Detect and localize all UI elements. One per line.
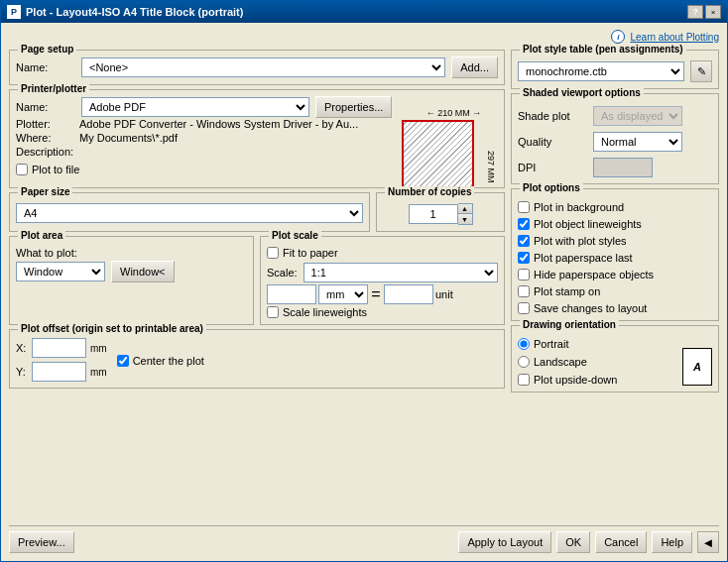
upside-down-checkbox[interactable] — [518, 374, 530, 386]
scale-select[interactable]: 1:1 — [303, 263, 498, 282]
plot-to-file-checkbox[interactable] — [16, 164, 28, 175]
plot-with-styles-checkbox[interactable] — [518, 235, 530, 247]
hide-paperspace-row: Hide paperspace objects — [518, 269, 712, 281]
plot-in-bg-checkbox[interactable] — [518, 201, 530, 213]
plot-with-styles-row: Plot with plot styles — [518, 235, 712, 247]
plot-obj-lw-checkbox[interactable] — [518, 218, 530, 230]
description-row: Description: — [16, 146, 404, 158]
title-bar: P Plot - Layout4-ISO A4 Title Block (por… — [1, 1, 727, 23]
plot-scale-label: Plot scale — [269, 230, 321, 241]
where-label: Where: — [16, 132, 75, 144]
dialog-content: i Learn about Plotting Page setup Name: … — [1, 23, 727, 561]
paper-size-group: Paper size A4 — [9, 192, 370, 232]
plot-paperspace-last-checkbox[interactable] — [518, 252, 530, 264]
y-row: Y: -3.16 mm — [16, 362, 107, 382]
center-plot-row: Center the plot — [117, 355, 204, 367]
portrait-radio[interactable] — [518, 338, 530, 350]
copies-row: 1 ▲ ▼ — [383, 203, 498, 225]
plot-scale-group: Plot scale Fit to paper Scale: 1:1 — [260, 236, 505, 325]
edit-plot-style-button[interactable]: ✎ — [690, 60, 712, 82]
what-to-plot-select[interactable]: Window — [16, 262, 105, 281]
portrait-landscape: Portrait Landscape Plot upside-down — [518, 336, 617, 386]
plot-scale-content: Fit to paper Scale: 1:1 1 — [267, 247, 498, 318]
y-input[interactable]: -3.16 — [32, 362, 86, 382]
quality-select[interactable]: Normal — [593, 132, 682, 152]
printer-plotter-label: Printer/plotter — [18, 83, 89, 94]
plot-dialog: P Plot - Layout4-ISO A4 Title Block (por… — [0, 0, 728, 562]
plot-paperspace-last-label: Plot paperspace last — [534, 252, 633, 264]
x-input[interactable]: -3.19 — [32, 338, 86, 358]
center-plot-checkbox[interactable] — [117, 355, 129, 367]
scale-lineweights-checkbox[interactable] — [267, 306, 279, 318]
printer-name-select[interactable]: Adobe PDF — [81, 97, 309, 117]
right-panel: Plot style table (pen assignments) monoc… — [511, 50, 719, 517]
where-value: My Documents\*.pdf — [79, 132, 178, 144]
plot-to-file-label: Plot to file — [32, 164, 79, 175]
preview-button[interactable]: Preview... — [9, 531, 74, 553]
plot-style-row: monochrome.ctb ✎ — [518, 60, 712, 82]
dpi-row: DPI 300 — [518, 158, 712, 177]
bottom-right: Apply to Layout OK Cancel Help ◄ — [458, 531, 719, 553]
scale-vals-row: 1 mm = 1 unit — [267, 284, 498, 304]
number-copies-label: Number of copies — [385, 186, 474, 197]
preview-mm-side: 297 MM — [486, 151, 496, 183]
fit-to-paper-label: Fit to paper — [283, 247, 338, 259]
dialog-icon: P — [7, 5, 21, 19]
plot-obj-lw-row: Plot object lineweights — [518, 218, 712, 230]
plot-options-label: Plot options — [520, 182, 583, 193]
what-to-plot-label: What to plot: — [16, 247, 77, 259]
properties-button[interactable]: Properties... — [315, 96, 392, 118]
plot-style-select[interactable]: monochrome.ctb — [518, 61, 684, 81]
main-body: Page setup Name: <None> Add... Printer/p… — [9, 50, 719, 517]
orientation-content: Portrait Landscape Plot upside-down — [518, 336, 712, 386]
spinner-down[interactable]: ▼ — [458, 214, 472, 224]
scale-val2[interactable]: 1 — [384, 284, 433, 304]
page-setup-name-select[interactable]: <None> — [81, 57, 445, 77]
add-button[interactable]: Add... — [451, 56, 498, 78]
plot-stamp-checkbox[interactable] — [518, 285, 530, 297]
dpi-label: DPI — [518, 162, 587, 173]
save-changes-label: Save changes to layout — [534, 302, 647, 314]
save-changes-checkbox[interactable] — [518, 302, 530, 314]
preview-mm-top: ← 210 MM → — [412, 108, 496, 118]
scale-row: Scale: 1:1 — [267, 263, 498, 282]
help-button[interactable]: Help — [652, 531, 692, 553]
plot-obj-lw-label: Plot object lineweights — [534, 218, 642, 230]
landscape-radio[interactable] — [518, 356, 530, 368]
copies-input[interactable]: 1 — [409, 204, 458, 224]
window-button[interactable]: Window< — [111, 261, 175, 282]
portrait-label: Portrait — [534, 338, 568, 350]
learn-link[interactable]: Learn about Plotting — [630, 32, 719, 43]
window-row: Window Window< — [16, 261, 247, 282]
go-back-button[interactable]: ◄ — [697, 531, 719, 553]
dpi-input[interactable]: 300 — [593, 158, 653, 177]
description-label: Description: — [16, 146, 75, 158]
paper-size-select[interactable]: A4 — [16, 203, 363, 223]
plot-with-styles-label: Plot with plot styles — [534, 235, 627, 247]
shade-plot-select[interactable]: As displayed — [593, 106, 682, 126]
plot-area-group: Plot area What to plot: Window Window< — [9, 236, 254, 325]
shade-plot-row: Shade plot As displayed — [518, 106, 712, 126]
hide-paperspace-checkbox[interactable] — [518, 269, 530, 281]
scale-val1[interactable]: 1 — [267, 284, 316, 304]
plot-style-label: Plot style table (pen assignments) — [520, 44, 686, 55]
apply-to-layout-button[interactable]: Apply to Layout — [458, 531, 551, 553]
close-button[interactable]: × — [705, 5, 721, 19]
x-label: X: — [16, 342, 28, 354]
spinner-up[interactable]: ▲ — [458, 204, 472, 214]
unit1-select[interactable]: mm — [318, 284, 368, 304]
upside-down-label: Plot upside-down — [534, 374, 617, 386]
plot-in-bg-row: Plot in background — [518, 201, 712, 213]
hide-paperspace-label: Hide paperspace objects — [534, 269, 654, 281]
plot-options-group: Plot options Plot in background Plot obj… — [511, 188, 719, 321]
what-to-plot-row: What to plot: — [16, 247, 247, 259]
cancel-button[interactable]: Cancel — [595, 531, 647, 553]
page-setup-group: Page setup Name: <None> Add... — [9, 50, 505, 85]
ok-button[interactable]: OK — [556, 531, 590, 553]
shaded-viewport-label: Shaded viewport options — [520, 87, 644, 98]
help-button-title[interactable]: ? — [687, 5, 703, 19]
fit-to-paper-checkbox[interactable] — [267, 247, 279, 259]
title-bar-buttons: ? × — [687, 5, 721, 19]
scale-lineweights-label: Scale lineweights — [283, 306, 367, 318]
area-scale-panels: Plot area What to plot: Window Window< — [9, 236, 505, 325]
